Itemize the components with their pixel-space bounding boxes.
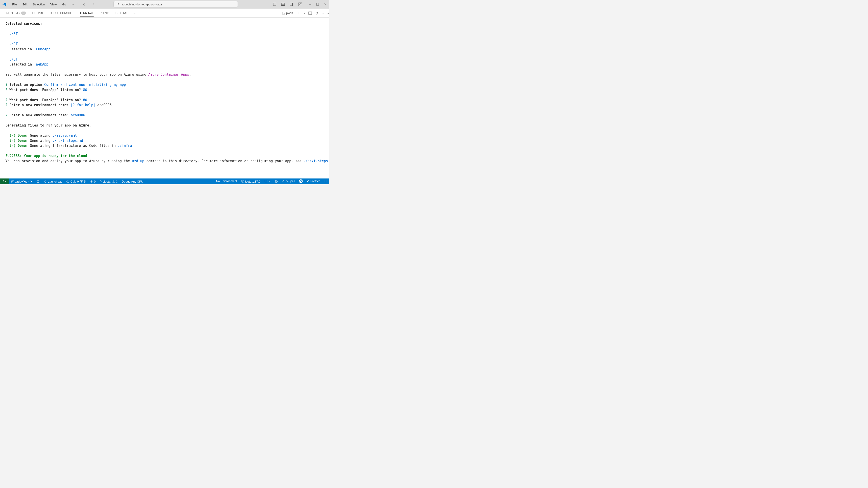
svg-point-38 — [277, 181, 277, 182]
tab-problems-label: PROBLEMS — [4, 11, 20, 15]
t-line: Azure Container Apps — [148, 72, 189, 76]
window-maximize-icon[interactable] — [315, 2, 320, 6]
panel-chevron-icon[interactable]: ⌄ — [327, 11, 329, 15]
t-line: What port does 'FuncApp' listen on? — [7, 98, 83, 102]
status-branch[interactable]: azdevfied* ⟳ — [8, 178, 34, 184]
t-line: [? for help] — [71, 103, 95, 107]
t-line: command in this directory. For more info… — [144, 159, 303, 163]
status-editors[interactable]: 2 — [262, 180, 272, 183]
t-line: (✓) — [9, 139, 18, 143]
t-line: Enter a new environment name: — [7, 103, 71, 107]
t-line: ? — [5, 98, 7, 102]
svg-point-30 — [13, 180, 13, 181]
status-copilot-icon[interactable] — [272, 180, 280, 183]
new-terminal-icon[interactable]: ＋ — [297, 11, 300, 15]
t-line: Detected services: — [5, 22, 42, 26]
t-line: ? — [5, 83, 7, 87]
info-icon: ⓘ — [241, 180, 244, 184]
menu-view[interactable]: View — [48, 2, 59, 7]
layout-bottom-icon[interactable] — [280, 2, 286, 7]
nav-back-icon[interactable] — [82, 2, 87, 7]
t-line: .NET — [9, 42, 18, 46]
info-icon: ⓘ — [80, 180, 83, 184]
t-line: Detected in: — [9, 62, 36, 66]
tab-more-icon[interactable]: ··· — [133, 10, 135, 17]
t-line: aca0906 — [95, 103, 112, 107]
warning-icon: ⚠ — [112, 180, 115, 183]
statusbar: azdevfied* ⟳ Launchpad ⓧ0 ⚠0 ⓘ5 0 Projec… — [0, 178, 329, 184]
t-line: (✓) — [9, 144, 18, 148]
status-environment[interactable]: No Environment — [214, 180, 239, 183]
search-icon — [116, 3, 120, 6]
tab-output[interactable]: OUTPUT — [32, 10, 43, 17]
status-csharp-icon[interactable]: C# — [297, 180, 305, 183]
menu-go[interactable]: Go — [60, 2, 68, 7]
status-launchpad[interactable]: Launchpad — [41, 178, 64, 184]
window-close-icon[interactable]: ✕ — [323, 2, 327, 7]
panel-more-icon[interactable]: ··· — [321, 11, 324, 15]
status-prettier[interactable]: ✓ Prettier — [305, 180, 322, 183]
t-line: ./next-steps.md — [304, 159, 329, 163]
status-spell[interactable]: ⚠ 5 Spell — [280, 180, 297, 183]
nav-forward-icon[interactable] — [91, 2, 96, 7]
t-line: Confirm and continue initializing my app — [44, 83, 126, 87]
status-gitlens[interactable] — [34, 178, 41, 184]
status-problems[interactable]: ⓧ0 ⚠0 ⓘ5 — [64, 178, 88, 184]
svg-point-28 — [11, 180, 12, 181]
layout-left-icon[interactable] — [272, 2, 277, 7]
remote-indicator[interactable] — [0, 178, 8, 184]
vscode-logo-icon — [2, 2, 7, 7]
t-line: .NET — [9, 57, 18, 61]
svg-point-36 — [275, 180, 278, 183]
launchpad-label: Launchpad — [48, 180, 62, 183]
layout-right-icon[interactable] — [289, 2, 294, 7]
t-line: Generating — [28, 133, 52, 138]
status-projects[interactable]: Projects: ⚠ 3 — [98, 178, 120, 184]
menu-more-icon[interactable]: ··· — [69, 2, 76, 7]
t-line: .NET — [9, 32, 18, 36]
svg-point-0 — [117, 3, 119, 5]
t-line: ? — [5, 113, 7, 117]
svg-rect-6 — [292, 3, 293, 6]
t-line: You can provision and deploy your app to… — [5, 159, 132, 163]
tab-ports[interactable]: PORTS — [100, 10, 109, 17]
layout-customize-icon[interactable] — [298, 2, 303, 7]
titlebar: File Edit Selection View Go ··· azdevfyi… — [0, 0, 329, 8]
t-line: Select an option — [7, 83, 44, 87]
tab-terminal[interactable]: TERMINAL — [80, 10, 94, 17]
tab-gitlens[interactable]: GITLENS — [116, 10, 127, 17]
svg-rect-8 — [301, 3, 302, 4]
t-line: WebApp — [36, 62, 48, 66]
status-debug-target[interactable]: Debug Any CPU — [120, 178, 145, 184]
t-line: 80 — [83, 88, 87, 92]
split-terminal-icon[interactable] — [308, 11, 312, 15]
tab-debug-console[interactable]: DEBUG CONSOLE — [50, 10, 73, 17]
menu-edit[interactable]: Edit — [20, 2, 30, 7]
t-line: What port does 'FuncApp' listen on? — [7, 88, 83, 92]
t-line: Detected in: — [9, 47, 36, 51]
command-center[interactable]: azdevfying-dotnet-apps-on-aca — [114, 1, 238, 7]
sync-icon: ⟳ — [30, 180, 32, 183]
t-line: ./infra — [118, 144, 132, 148]
t-line: azd up — [132, 159, 144, 163]
t-line: ? — [5, 88, 7, 92]
status-bell-icon[interactable] — [322, 180, 329, 183]
menu-file[interactable]: File — [10, 2, 19, 7]
menu-selection[interactable]: Selection — [31, 2, 47, 7]
panel-tabs: PROBLEMS 5 OUTPUT DEBUG CONSOLE TERMINAL… — [0, 8, 329, 18]
window-minimize-icon[interactable]: ─ — [308, 2, 312, 7]
t-line: Enter a new environment name: — [7, 113, 71, 117]
t-line: 80 — [83, 98, 87, 102]
t-line: ./azure.yaml — [53, 133, 77, 138]
t-line: ? — [5, 103, 7, 107]
trash-icon[interactable] — [315, 11, 318, 15]
shell-name: pwsh — [286, 11, 293, 15]
chevron-down-icon[interactable]: ⌄ — [303, 12, 305, 14]
status-ports[interactable]: 0 — [88, 178, 98, 184]
tab-problems[interactable]: PROBLEMS 5 — [4, 10, 26, 17]
terminal-shell[interactable]: pwsh — [281, 11, 294, 15]
problems-badge: 5 — [21, 11, 26, 15]
t-line: FuncApp — [36, 47, 50, 51]
terminal-output[interactable]: Detected services: .NET .NET Detected in… — [0, 18, 329, 178]
status-kiota[interactable]: ⓘ kiota 1.17.0 — [239, 180, 262, 184]
